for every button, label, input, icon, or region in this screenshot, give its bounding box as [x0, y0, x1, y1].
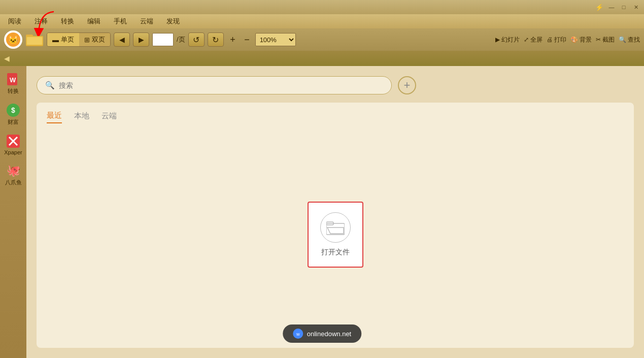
wealth-icon: $	[6, 103, 20, 117]
logo-icon: 🐱	[6, 32, 21, 47]
open-file-icon	[320, 212, 351, 243]
redo-button[interactable]: ↻	[208, 32, 224, 47]
search-icon: 🔍	[45, 81, 55, 90]
single-page-label: 单页	[61, 35, 74, 44]
convert-label: 转换	[8, 87, 19, 95]
svg-text:$: $	[11, 106, 15, 114]
sidebar-item-wealth[interactable]: $ 财富	[2, 101, 24, 128]
slideshow-button[interactable]: ▶ 幻灯片	[495, 36, 520, 44]
menu-item-read[interactable]: 阅读	[2, 16, 27, 27]
print-label: 打印	[554, 36, 566, 44]
screenshot-label: 截图	[602, 36, 615, 44]
menu-item-discover[interactable]: 发现	[160, 16, 186, 27]
sidebar-item-xpaper[interactable]: Xpaper	[2, 132, 24, 157]
octopus-label: 八爪鱼	[5, 179, 22, 186]
wifi-icon: ⚡	[595, 4, 603, 11]
print-button[interactable]: 🖨 打印	[547, 36, 566, 44]
page-label: /页	[177, 35, 185, 44]
menu-item-cloud[interactable]: 云端	[134, 16, 159, 27]
zoom-out-button[interactable]: −	[241, 34, 253, 46]
close-button[interactable]: ✕	[632, 3, 640, 11]
page-input[interactable]	[152, 33, 174, 46]
folder-icon	[26, 32, 43, 47]
toolbar-right: ▶ 幻灯片 ⤢ 全屏 🖨 打印 🎨 背景 ✂ 截图 🔍 查找	[495, 36, 640, 44]
back-button[interactable]: ◀	[114, 32, 130, 47]
zoom-in-button[interactable]: +	[227, 34, 239, 46]
background-icon: 🎨	[570, 36, 578, 43]
sidebar: W 转换 $ 财富 Xpaper	[0, 66, 26, 358]
open-folder-container	[25, 30, 44, 49]
fullscreen-label: 全屏	[530, 36, 543, 44]
tab-local[interactable]: 本地	[74, 111, 89, 123]
search-bar: 🔍	[37, 76, 392, 94]
background-button[interactable]: 🎨 背景	[570, 36, 592, 44]
forward-button[interactable]: ▶	[133, 32, 149, 47]
tab-cloud[interactable]: 云端	[101, 111, 117, 123]
add-button[interactable]: +	[398, 76, 416, 94]
menu-bar: 阅读 注释 转换 编辑 手机 云端 发现	[0, 14, 644, 28]
folder-open-icon	[326, 219, 345, 236]
minimize-button[interactable]: —	[607, 3, 616, 11]
find-label: 查找	[628, 36, 640, 44]
open-file-label: 打开文件	[321, 248, 350, 257]
double-page-button[interactable]: ⊞ 双页	[79, 33, 110, 46]
content-area: 🔍 + 最近 本地 云端	[26, 66, 644, 358]
slideshow-label: 幻灯片	[501, 36, 520, 44]
screenshot-icon: ✂	[596, 36, 601, 43]
maximize-button[interactable]: □	[620, 3, 628, 11]
fullscreen-icon: ⤢	[524, 36, 529, 43]
tabs-row: 最近 本地 云端	[47, 111, 624, 123]
toolbar: 🐱 ▬ 单页 ⊞ 双页	[0, 28, 644, 51]
svg-text:🐱: 🐱	[8, 35, 18, 45]
double-page-icon: ⊞	[84, 36, 90, 44]
convert-icon: W	[6, 72, 20, 86]
search-bar-row: 🔍 +	[37, 76, 634, 94]
svg-text:W: W	[10, 76, 16, 84]
menu-item-convert[interactable]: 转换	[55, 16, 80, 27]
screenshot-button[interactable]: ✂ 截图	[596, 36, 615, 44]
xpaper-icon	[6, 134, 20, 148]
zoom-select[interactable]: 50% 75% 100% 125% 150% 200%	[255, 33, 296, 46]
open-file-button[interactable]: 打开文件	[308, 202, 363, 268]
search-input[interactable]	[59, 81, 383, 89]
app-logo: 🐱	[4, 30, 22, 49]
main-layout: W 转换 $ 财富 Xpaper	[0, 66, 644, 358]
refresh-button[interactable]: ↺	[188, 32, 205, 47]
wealth-label: 财富	[8, 118, 19, 126]
page-view-group: ▬ 单页 ⊞ 双页	[47, 32, 111, 47]
double-page-label: 双页	[92, 35, 105, 44]
slideshow-icon: ▶	[495, 36, 500, 43]
tab-recent[interactable]: 最近	[47, 111, 62, 123]
print-icon: 🖨	[547, 36, 553, 43]
xpaper-label: Xpaper	[4, 149, 22, 155]
background-label: 背景	[580, 36, 592, 44]
single-page-button[interactable]: ▬ 单页	[47, 33, 79, 46]
title-bar: ⚡ — □ ✕	[0, 0, 644, 14]
octopus-icon: 🐙	[6, 164, 20, 178]
svg-rect-6	[27, 37, 42, 45]
open-file-area: 打开文件	[47, 129, 624, 340]
zoom-group: + − 50% 75% 100% 125% 150% 200%	[227, 33, 296, 46]
menu-item-annotate[interactable]: 注释	[28, 16, 54, 27]
sidebar-toggle-row: ◀	[0, 51, 644, 66]
sidebar-item-octopus[interactable]: 🐙 八爪鱼	[2, 161, 24, 188]
find-button[interactable]: 🔍 查找	[619, 36, 640, 44]
open-folder-button[interactable]	[25, 30, 44, 49]
menu-item-mobile[interactable]: 手机	[108, 16, 133, 27]
file-browser: 最近 本地 云端 打开文件	[37, 103, 634, 348]
fullscreen-button[interactable]: ⤢ 全屏	[524, 36, 543, 44]
find-icon: 🔍	[619, 36, 626, 43]
sidebar-item-convert[interactable]: W 转换	[2, 70, 24, 97]
sidebar-toggle-button[interactable]: ◀	[4, 54, 10, 62]
single-page-icon: ▬	[52, 36, 59, 44]
menu-item-edit[interactable]: 编辑	[81, 16, 107, 27]
